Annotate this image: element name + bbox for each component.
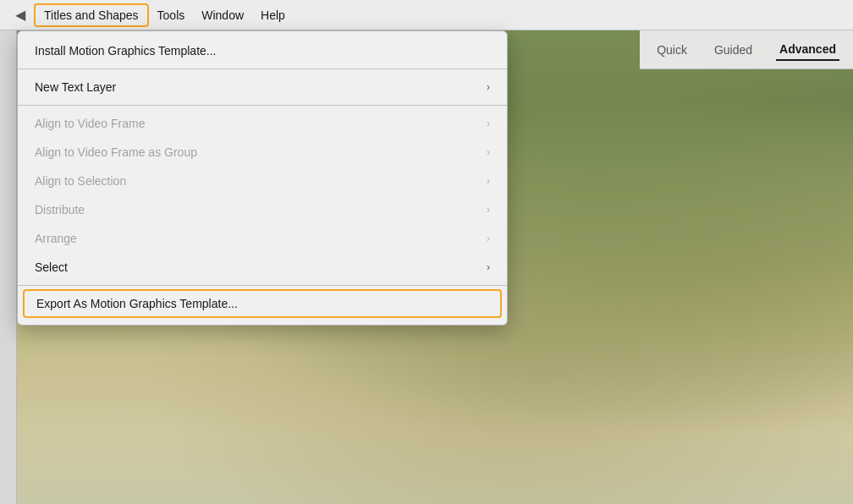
menubar-item-titles-and-shapes[interactable]: Titles and Shapes bbox=[34, 3, 149, 27]
menubar-item-window[interactable]: Window bbox=[193, 5, 252, 25]
menubar-item-help[interactable]: Help bbox=[252, 5, 294, 25]
menu-item-align-to-video-frame: Align to Video Frame › bbox=[18, 109, 507, 138]
menu-item-align-to-video-frame-group: Align to Video Frame as Group › bbox=[18, 138, 507, 167]
menubar: ◀ Titles and Shapes Tools Window Help bbox=[0, 0, 853, 30]
menubar-item-back[interactable]: ◀ bbox=[7, 3, 34, 26]
menu-item-select[interactable]: Select › bbox=[18, 253, 507, 282]
dropdown-menu: Install Motion Graphics Template... New … bbox=[17, 30, 508, 326]
menu-separator-1 bbox=[18, 68, 507, 69]
menu-item-export-mgt[interactable]: Export As Motion Graphics Template... bbox=[23, 289, 502, 318]
menu-item-install-mgt[interactable]: Install Motion Graphics Template... bbox=[18, 36, 507, 65]
menu-item-distribute: Distribute › bbox=[18, 195, 507, 224]
menu-item-new-text-layer[interactable]: New Text Layer › bbox=[18, 73, 507, 101]
chevron-right-icon: › bbox=[487, 81, 490, 93]
tab-advanced[interactable]: Advanced bbox=[776, 39, 839, 61]
chevron-right-icon-select: › bbox=[487, 261, 490, 273]
chevron-right-icon-disabled-1: › bbox=[487, 118, 490, 129]
menu-item-align-to-selection: Align to Selection › bbox=[18, 167, 507, 195]
menubar-item-tools[interactable]: Tools bbox=[149, 5, 194, 25]
chevron-right-icon-disabled-3: › bbox=[487, 175, 490, 187]
tab-quick[interactable]: Quick bbox=[653, 40, 691, 60]
menu-separator-3 bbox=[18, 285, 507, 286]
left-panel bbox=[0, 30, 17, 504]
menu-separator-2 bbox=[18, 105, 507, 106]
chevron-right-icon-disabled-4: › bbox=[487, 204, 490, 216]
chevron-right-icon-disabled-2: › bbox=[487, 146, 490, 158]
menu-item-arrange: Arrange › bbox=[18, 224, 507, 253]
tab-guided[interactable]: Guided bbox=[711, 40, 756, 60]
chevron-right-icon-disabled-5: › bbox=[487, 233, 490, 244]
tab-bar: Quick Guided Advanced bbox=[640, 30, 853, 69]
